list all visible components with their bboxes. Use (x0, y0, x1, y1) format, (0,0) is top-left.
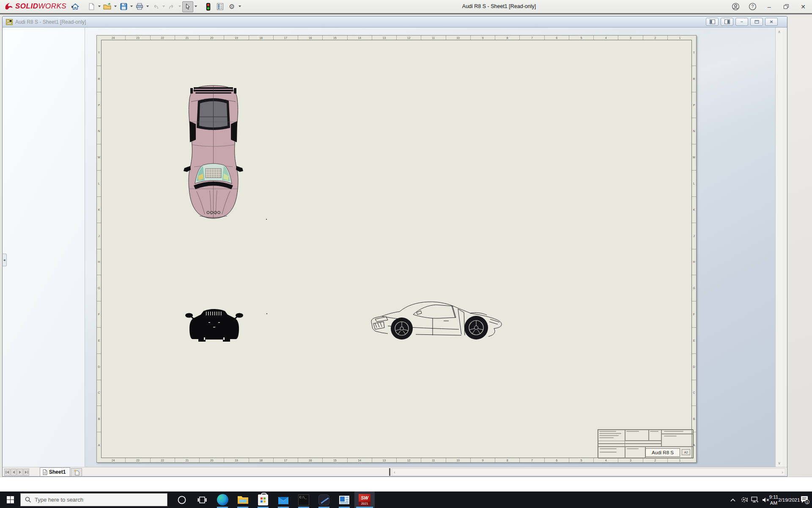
taskbar-cortana[interactable] (172, 491, 192, 508)
undo-dropdown[interactable] (162, 6, 165, 8)
taskbar-clock[interactable]: 9:11 AM 2/19/2021 (771, 491, 798, 508)
scroll-up-icon[interactable]: ∧ (776, 28, 782, 35)
select-tool-dropdown[interactable] (195, 6, 197, 8)
zone-label-bottom: 6 (544, 458, 569, 462)
pane-left-button[interactable] (706, 18, 719, 26)
hidden-icons-chevron[interactable] (727, 491, 738, 508)
save-dropdown[interactable] (130, 6, 133, 8)
title-block-sheet-size: A2 (682, 449, 690, 455)
title-block[interactable]: Audi R8 S A2 (598, 429, 693, 458)
zone-label-left: G (97, 275, 101, 301)
redo-button[interactable] (166, 1, 177, 12)
volume-muted-icon (762, 497, 770, 503)
prev-icon (12, 470, 15, 474)
tab-area-splitter[interactable] (389, 468, 390, 476)
taskbar-file-explorer[interactable] (233, 491, 253, 508)
app-title: Audi R8 S - Sheet1 [Read-only] (402, 3, 596, 9)
zone-label-bottom: 20 (199, 458, 224, 462)
solidworks-letters: SW (359, 494, 370, 502)
tab-sheet1[interactable]: Sheet1 (40, 467, 70, 476)
save-button[interactable] (118, 1, 129, 12)
document-properties-button[interactable] (214, 1, 225, 12)
tab-sheet1-label: Sheet1 (49, 469, 66, 475)
open-icon (103, 3, 112, 10)
doc-close-button[interactable]: ✕ (765, 18, 778, 26)
add-sheet-button[interactable] (71, 468, 82, 476)
drawing-view-front[interactable] (184, 301, 244, 342)
minimize-button[interactable]: – (764, 2, 775, 12)
drawing-view-side[interactable] (369, 300, 505, 341)
taskbar-microsoft-store[interactable] (253, 491, 273, 508)
taskbar-dark-hex-app[interactable] (314, 491, 334, 508)
solidworks-logo[interactable]: SOLIDWORKS ▸ (4, 2, 74, 11)
document-titlebar[interactable]: Audi R8 S - Sheet1 [Read-only] – ✕ (3, 17, 787, 28)
horizontal-scrollbar[interactable]: ‹ › (392, 468, 785, 476)
title-block-part-name: Audi R8 S (645, 448, 680, 457)
vertical-scrollbar[interactable]: ∧ ∨ (775, 28, 782, 467)
notification-badge: 1 (806, 500, 808, 504)
new-document-dropdown[interactable] (98, 6, 101, 8)
zone-label-right: C (692, 380, 696, 406)
zone-label-right: F (692, 301, 696, 327)
print-button[interactable] (134, 1, 145, 12)
zone-label-right: K (692, 196, 696, 223)
user-account-button[interactable] (730, 2, 741, 12)
zone-label-top: 22 (150, 36, 175, 40)
network-button[interactable] (749, 491, 760, 508)
zone-label-bottom: 17 (273, 458, 298, 462)
prev-sheet-button[interactable] (11, 469, 16, 476)
taskbar-window-app[interactable] (334, 491, 354, 508)
zone-label-right: R (692, 66, 696, 92)
zone-label-top: 14 (347, 36, 372, 40)
doc-restore-button[interactable] (750, 18, 763, 26)
scroll-left-icon[interactable]: ‹ (394, 469, 395, 475)
print-dropdown[interactable] (146, 6, 149, 8)
zone-label-bottom: 7 (519, 458, 544, 462)
options-dropdown[interactable] (239, 6, 241, 8)
options-button[interactable]: ⚙ (226, 1, 237, 12)
zone-label-top: 15 (322, 36, 347, 40)
drawing-document-icon (6, 19, 13, 25)
taskbar-search[interactable]: Type here to search (20, 493, 167, 506)
performance-evaluation-button[interactable] (203, 1, 214, 12)
last-sheet-button[interactable] (23, 469, 29, 476)
meet-now-button[interactable] (738, 491, 749, 508)
select-tool-button[interactable] (182, 1, 193, 12)
zone-label-top: 16 (298, 36, 322, 40)
zone-label-top: 7 (519, 36, 544, 40)
drawing-view-top[interactable] (183, 85, 244, 219)
zone-label-left: C (97, 380, 101, 406)
select-cursor-icon (184, 3, 191, 10)
zone-label-top: 24 (101, 36, 125, 40)
taskbar-command-prompt[interactable]: C:\_ (294, 491, 314, 508)
panel-collapse-handle[interactable]: ◄ (2, 254, 7, 266)
last-icon (25, 470, 28, 474)
drawing-sheet[interactable]: 242322212019181716151413121110987654321 … (96, 35, 697, 463)
drawing-viewport[interactable]: 242322212019181716151413121110987654321 … (85, 28, 782, 467)
open-button[interactable] (102, 1, 113, 12)
open-dropdown[interactable] (114, 6, 117, 8)
doc-minimize-button[interactable]: – (735, 18, 748, 26)
notification-center-button[interactable]: 1 (798, 491, 812, 508)
clock-date: 2/19/2021 (778, 497, 800, 503)
solidworks-2021-icon: SW 2021 (359, 494, 370, 506)
help-button[interactable]: ? (747, 2, 758, 12)
home-button[interactable] (70, 1, 81, 12)
taskbar-solidworks-2021[interactable]: SW 2021 (354, 491, 375, 508)
start-button[interactable] (0, 491, 20, 508)
scroll-right-icon[interactable]: › (782, 469, 783, 475)
redo-dropdown[interactable] (178, 6, 181, 8)
first-sheet-button[interactable] (4, 469, 10, 476)
feature-manager-panel[interactable] (3, 28, 85, 467)
document-window-controls: – ✕ (706, 18, 778, 26)
new-document-button[interactable] (86, 1, 97, 12)
taskbar-edge[interactable] (212, 491, 233, 508)
restore-button[interactable] (781, 2, 792, 12)
next-sheet-button[interactable] (17, 469, 23, 476)
taskbar-task-view[interactable] (192, 491, 212, 508)
close-button[interactable]: ✕ (798, 2, 809, 12)
pane-right-button[interactable] (721, 18, 733, 26)
scroll-down-icon[interactable]: ∨ (776, 460, 782, 467)
taskbar-mail[interactable] (273, 491, 294, 508)
undo-button[interactable] (150, 1, 161, 12)
